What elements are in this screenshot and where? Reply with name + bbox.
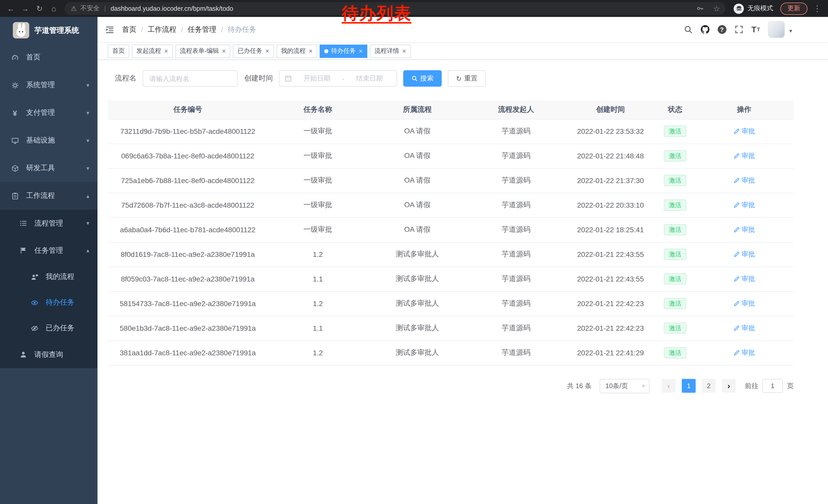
task-id-cell: 8f0d1619-7ac8-11ec-a9e2-a2380e71991a bbox=[108, 242, 268, 267]
sidebar-item-workflow[interactable]: 工作流程 ▴ bbox=[0, 182, 97, 210]
sidebar-item-label: 工作流程 bbox=[26, 191, 55, 200]
sidebar-item-done-tasks[interactable]: 已办任务 bbox=[0, 315, 97, 341]
tab-todo-tasks[interactable]: 待办任务 × bbox=[320, 44, 367, 58]
prev-page-button[interactable]: ‹ bbox=[662, 379, 676, 393]
column-task-id: 任务编号 bbox=[108, 100, 268, 119]
tab-my-process[interactable]: 我的流程 × bbox=[277, 44, 317, 58]
approve-link[interactable]: 审批 bbox=[733, 250, 755, 259]
search-icon[interactable] bbox=[684, 25, 692, 34]
hamburger-icon[interactable] bbox=[97, 25, 122, 34]
sidebar-item-system[interactable]: 系统管理 ▾ bbox=[0, 71, 97, 99]
tab-close-icon[interactable]: × bbox=[222, 48, 226, 54]
process-cell: 测试多审批人 bbox=[368, 291, 467, 316]
browser-menu-icon[interactable]: ⋮ bbox=[811, 2, 824, 15]
chevron-down-icon: ▾ bbox=[86, 165, 89, 172]
tab-close-icon[interactable]: × bbox=[359, 48, 363, 54]
tab-done-tasks[interactable]: 已办任务 × bbox=[233, 44, 274, 58]
task-id-cell: a6aba0a4-7b6d-11ec-b781-acde48001122 bbox=[108, 217, 268, 242]
user-avatar[interactable] bbox=[768, 21, 785, 38]
goto-page-input[interactable] bbox=[762, 379, 783, 393]
workflow-submenu: 流程管理 ▾ 任务管理 ▴ 我的流程 待办任务 bbox=[0, 210, 97, 368]
initiator-cell: 芋道源码 bbox=[467, 119, 565, 144]
total-count: 共 16 条 bbox=[567, 381, 591, 391]
approve-link[interactable]: 审批 bbox=[733, 225, 755, 234]
page-button-1[interactable]: 1 bbox=[682, 379, 696, 393]
sidebar-item-leave-query[interactable]: 请假查询 bbox=[0, 341, 97, 368]
security-label[interactable]: 不安全 bbox=[80, 4, 99, 13]
created-cell: 2022-01-21 22:41:29 bbox=[565, 340, 656, 365]
initiator-cell: 芋道源码 bbox=[467, 242, 565, 267]
tab-process-form-edit[interactable]: 流程表单-编辑 × bbox=[175, 44, 230, 58]
sidebar-item-home[interactable]: 首页 bbox=[0, 44, 97, 71]
logo-image bbox=[13, 22, 29, 39]
todo-task-table: 任务编号 任务名称 所属流程 流程发起人 创建时间 状态 操作 73211d9d… bbox=[108, 100, 794, 365]
tab-process-detail[interactable]: 流程详情 × bbox=[370, 44, 411, 58]
key-icon[interactable] bbox=[693, 2, 706, 15]
github-icon[interactable] bbox=[701, 25, 709, 34]
list-icon bbox=[18, 219, 28, 228]
reload-icon[interactable]: ↻ bbox=[33, 2, 46, 15]
sidebar-item-task-management[interactable]: 任务管理 ▴ bbox=[0, 237, 97, 264]
approve-link[interactable]: 审批 bbox=[733, 200, 755, 210]
status-badge: 激活 bbox=[664, 126, 687, 137]
initiator-cell: 芋道源码 bbox=[467, 168, 565, 193]
next-page-button[interactable]: › bbox=[722, 379, 736, 393]
page-button-2[interactable]: 2 bbox=[702, 379, 716, 393]
approve-link[interactable]: 审批 bbox=[733, 176, 755, 185]
tab-home[interactable]: 首页 bbox=[108, 44, 129, 58]
approve-link[interactable]: 审批 bbox=[733, 127, 755, 136]
breadcrumb-home[interactable]: 首页 bbox=[122, 25, 136, 34]
process-name-input[interactable] bbox=[142, 70, 238, 87]
reset-button[interactable]: ↻ 重置 bbox=[448, 70, 486, 87]
approve-link[interactable]: 审批 bbox=[733, 299, 755, 308]
end-date-input[interactable]: 结束日期 bbox=[347, 74, 391, 83]
approve-link[interactable]: 审批 bbox=[733, 324, 755, 333]
tab-close-icon[interactable]: × bbox=[265, 48, 269, 54]
app-header: 首页 / 工作流程 / 任务管理 / 待办任务 ? TT ▾ bbox=[97, 17, 828, 43]
breadcrumb-task-management[interactable]: 任务管理 bbox=[188, 25, 216, 34]
tab-close-icon[interactable]: × bbox=[402, 48, 406, 54]
sidebar-item-devtools[interactable]: 研发工具 ▾ bbox=[0, 154, 97, 182]
tab-close-icon[interactable]: × bbox=[164, 48, 168, 54]
annotation-text: 待办列表 bbox=[342, 2, 411, 25]
approve-label: 审批 bbox=[742, 225, 755, 234]
fullscreen-icon[interactable] bbox=[734, 25, 743, 34]
breadcrumb-separator: / bbox=[221, 26, 223, 34]
initiator-cell: 芋道源码 bbox=[467, 144, 565, 168]
sidebar-item-infrastructure[interactable]: 基础设施 ▾ bbox=[0, 127, 97, 154]
tab-label: 我的流程 bbox=[281, 47, 306, 55]
approve-link[interactable]: 审批 bbox=[733, 151, 755, 161]
back-icon[interactable]: ← bbox=[4, 2, 17, 15]
status-badge: 激活 bbox=[664, 150, 687, 162]
page-unit-label: 页 bbox=[787, 381, 794, 391]
help-icon[interactable]: ? bbox=[717, 25, 726, 34]
search-button[interactable]: 搜索 bbox=[403, 70, 442, 87]
tab-label: 已办任务 bbox=[238, 47, 262, 55]
star-icon[interactable]: ☆ bbox=[710, 2, 723, 15]
created-cell: 2022-01-21 22:43:55 bbox=[565, 267, 656, 291]
eye-icon bbox=[30, 298, 39, 307]
page-size-select[interactable]: 10条/页 ▾ bbox=[600, 379, 650, 393]
refresh-icon: ↻ bbox=[456, 75, 462, 82]
approve-link[interactable]: 审批 bbox=[733, 348, 755, 357]
sidebar-item-todo-tasks[interactable]: 待办任务 bbox=[0, 290, 97, 315]
incognito-icon bbox=[734, 3, 744, 13]
breadcrumb-workflow[interactable]: 工作流程 bbox=[148, 25, 176, 34]
sidebar-item-payment[interactable]: ¥ 支付管理 ▾ bbox=[0, 99, 97, 127]
tab-close-icon[interactable]: × bbox=[309, 48, 313, 54]
text-size-icon[interactable]: TT bbox=[751, 25, 760, 34]
start-date-input[interactable]: 开始日期 bbox=[295, 74, 339, 83]
process-cell: 测试多审批人 bbox=[368, 316, 467, 340]
home-icon[interactable]: ⌂ bbox=[47, 2, 60, 15]
tab-start-process[interactable]: 发起流程 × bbox=[132, 44, 173, 58]
date-range-picker[interactable]: 开始日期 - 结束日期 bbox=[279, 70, 397, 87]
sidebar-item-my-process[interactable]: 我的流程 bbox=[0, 264, 97, 290]
incognito-badge: 无痕模式 bbox=[734, 3, 773, 13]
forward-icon[interactable]: → bbox=[18, 2, 32, 15]
sidebar-item-process-management[interactable]: 流程管理 ▾ bbox=[0, 210, 97, 237]
approve-link[interactable]: 审批 bbox=[733, 274, 755, 283]
update-button[interactable]: 更新 bbox=[780, 2, 808, 15]
sidebar-menu: 首页 系统管理 ▾ ¥ 支付管理 ▾ 基础设施 ▾ bbox=[0, 44, 97, 368]
person-icon bbox=[18, 350, 28, 359]
search-button-label: 搜索 bbox=[420, 74, 433, 83]
